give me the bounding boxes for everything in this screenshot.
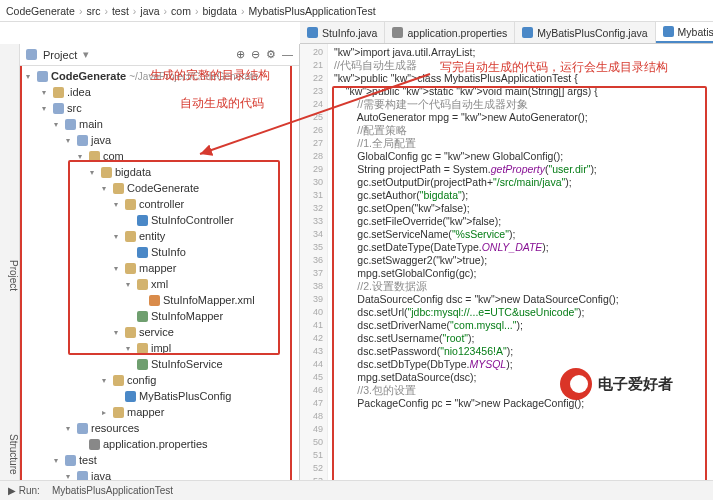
tree-node[interactable]: ▾com [22,148,299,164]
node-icon [125,391,136,402]
node-icon [77,423,88,434]
node-icon [137,247,148,258]
tree-node[interactable]: ▾xml [22,276,299,292]
tree-node[interactable]: ▾test [22,452,299,468]
tool-window-icon [26,49,37,60]
panel-title: Project [43,49,77,61]
expand-icon[interactable]: ⊕ [236,48,245,61]
project-panel: Project ▾ ⊕ ⊖ ⚙ — 生成的完整的目录结构 自动生成的代码 ▾Co… [20,44,300,500]
tree-node[interactable]: ▾java [22,132,299,148]
node-icon [149,295,160,306]
node-icon [89,151,100,162]
tree-node[interactable]: application.properties [22,436,299,452]
tree-node[interactable]: ▾main [22,116,299,132]
tree-node[interactable]: StuInfoMapper [22,308,299,324]
node-icon [137,279,148,290]
node-icon [53,87,64,98]
node-icon [113,407,124,418]
file-type-icon [392,27,403,38]
editor-tab[interactable]: StuInfo.java [300,22,385,43]
editor-tab[interactable]: MyBatisPlusConfig.java [515,22,655,43]
tree-node[interactable]: ▾service [22,324,299,340]
line-gutter: 2021222324252627282930313233343536373839… [300,44,328,500]
run-tab[interactable]: ▶ Run: [8,485,40,496]
node-icon [113,375,124,386]
node-icon [89,439,100,450]
editor-tab[interactable]: application.properties [385,22,515,43]
node-icon [125,231,136,242]
tree-node[interactable]: MyBatisPlusConfig [22,388,299,404]
breadcrumb-segment[interactable]: test [112,5,129,17]
file-type-icon [522,27,533,38]
node-icon [65,119,76,130]
node-icon [65,455,76,466]
node-icon [53,103,64,114]
tree-node[interactable]: ▸mapper [22,404,299,420]
tree-node[interactable]: StuInfo [22,244,299,260]
annotation-editor: 写完自动生成的代码，运行会生成目录结构 [440,60,668,75]
node-icon [125,263,136,274]
node-icon [137,215,148,226]
editor-tab[interactable]: MybatisPlusApplicationTest.java [656,22,713,43]
collapse-icon[interactable]: ⊖ [251,48,260,61]
panel-header: Project ▾ ⊕ ⊖ ⚙ — [20,44,299,66]
node-icon [113,183,124,194]
editor[interactable]: 2021222324252627282930313233343536373839… [300,44,713,500]
tree-node[interactable]: ▾impl [22,340,299,356]
file-type-icon [663,26,674,37]
tree-node[interactable]: StuInfoService [22,356,299,372]
node-icon [77,135,88,146]
code-area[interactable]: "kw">import java.util.ArrayList;//代码自动生成… [328,44,713,500]
breadcrumb-segment[interactable]: java [140,5,159,17]
breadcrumb-segment[interactable]: CodeGenerate [6,5,75,17]
breadcrumb-segment[interactable]: bigdata [202,5,236,17]
node-icon [137,343,148,354]
tool-rail-structure[interactable]: Structure [0,420,20,480]
tree-node[interactable]: ▾bigdata [22,164,299,180]
tree-node[interactable]: ▾controller [22,196,299,212]
tree-node[interactable]: ▾CodeGenerate [22,180,299,196]
node-icon [125,199,136,210]
node-icon [137,359,148,370]
tree-node[interactable]: StuInfoMapper.xml [22,292,299,308]
tree-node[interactable]: ▾config [22,372,299,388]
node-icon [101,167,112,178]
breadcrumb: CodeGenerate›src›test›java›com›bigdata›M… [0,0,713,22]
breadcrumb-segment[interactable]: src [86,5,100,17]
gear-icon[interactable]: ⚙ [266,48,276,61]
breadcrumb-segment[interactable]: com [171,5,191,17]
node-icon [137,311,148,322]
annotation-generated-code: 自动生成的代码 [180,96,264,111]
annotation-tree-structure: 生成的完整的目录结构 [150,68,270,83]
tree-node[interactable]: ▾resources [22,420,299,436]
tree-node[interactable]: ▾entity [22,228,299,244]
run-config-label[interactable]: MybatisPlusApplicationTest [52,485,173,496]
project-tree[interactable]: 生成的完整的目录结构 自动生成的代码 ▾CodeGenerate ~/JavaP… [20,66,299,500]
hide-icon[interactable]: — [282,48,293,61]
file-type-icon [307,27,318,38]
bottom-tool-rail: ▶ Run: MybatisPlusApplicationTest [0,480,713,500]
editor-tabs: StuInfo.javaapplication.propertiesMyBati… [300,22,713,44]
tree-node[interactable]: StuInfoController [22,212,299,228]
node-icon [125,327,136,338]
breadcrumb-segment[interactable]: MybatisPlusApplicationTest [248,5,375,17]
tree-node[interactable]: ▾mapper [22,260,299,276]
